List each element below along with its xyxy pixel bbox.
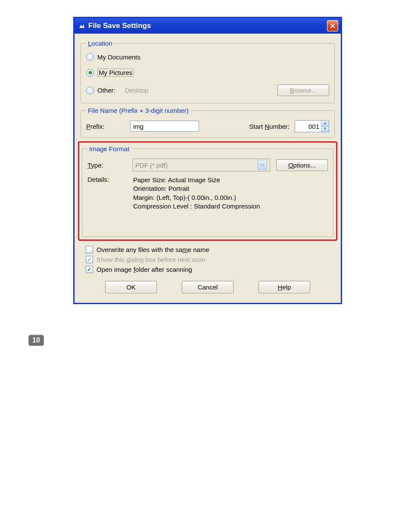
radio-icon	[86, 69, 94, 77]
check-overwrite[interactable]: Overwrite any files with the same name	[86, 246, 335, 253]
titlebar[interactable]: File Save Settings	[75, 18, 341, 34]
start-number-label: Start Number:	[249, 123, 290, 130]
dialog-buttons: OK Cancel Help	[81, 281, 335, 293]
type-select[interactable]: PDF (*.pdf)	[132, 159, 270, 171]
prefix-label: Prefix:	[86, 123, 125, 130]
check-label: Overwrite any files with the same name	[97, 246, 209, 253]
dialog-body: Location My Documents My Pictures Other:…	[75, 34, 341, 303]
check-label: Show this dialog box before next scan	[97, 256, 206, 263]
type-label: Type:	[87, 162, 126, 169]
other-path: Desktop	[125, 87, 274, 94]
app-icon	[78, 22, 86, 30]
image-format-highlight: Image Format Type: PDF (*.pdf) Options..…	[78, 141, 337, 241]
checkbox-icon	[86, 256, 93, 263]
radio-icon	[86, 53, 94, 61]
radio-my-pictures[interactable]: My Pictures	[86, 68, 329, 77]
options-button[interactable]: Options...	[276, 159, 328, 171]
check-label: Open image folder after scanning	[97, 266, 192, 273]
location-group: Location My Documents My Pictures Other:…	[81, 40, 335, 103]
detail-line: Orientation: Portrait	[133, 184, 260, 193]
radio-label: My Pictures	[97, 68, 134, 77]
close-button[interactable]	[327, 20, 338, 31]
check-show-dialog: Show this dialog box before next scan	[86, 256, 335, 263]
radio-my-documents[interactable]: My Documents	[86, 53, 329, 61]
radio-label: Other:	[97, 87, 115, 94]
checkbox-icon	[86, 246, 93, 253]
prefix-input[interactable]	[130, 121, 199, 132]
detail-line: Paper Size: Actual Image Size	[133, 176, 260, 184]
step-badge: 10	[28, 335, 44, 346]
detail-line: Compression Level : Standard Compression	[133, 202, 260, 211]
cancel-button[interactable]: Cancel	[182, 281, 234, 293]
location-legend: Location	[86, 40, 114, 47]
file-save-settings-dialog: File Save Settings Location My Documents…	[73, 17, 342, 304]
start-number-input[interactable]	[295, 121, 321, 131]
dialog-title: File Save Settings	[88, 22, 327, 30]
image-format-group: Image Format Type: PDF (*.pdf) Options..…	[82, 145, 333, 237]
checkbox-icon	[86, 266, 93, 273]
ok-button[interactable]: OK	[105, 281, 157, 293]
type-value: PDF (*.pdf)	[135, 162, 168, 169]
help-button[interactable]: Help	[258, 281, 310, 293]
image-format-legend: Image Format	[87, 145, 131, 152]
radio-other[interactable]: Other: Desktop Browse...	[86, 84, 329, 96]
start-number-spinner[interactable]: ▲ ▼	[295, 120, 329, 132]
details-label: Details:	[87, 176, 126, 211]
spinner-buttons[interactable]: ▲ ▼	[321, 121, 329, 132]
spin-down-icon[interactable]: ▼	[321, 127, 329, 132]
detail-line: Margin: (Left, Top)-( 0.00in., 0.00in.)	[133, 193, 260, 202]
chevron-down-icon	[258, 160, 267, 170]
filename-group: File Name (Prefix + 3-digit number) Pref…	[81, 107, 335, 138]
radio-label: My Documents	[97, 53, 140, 61]
spin-up-icon[interactable]: ▲	[321, 121, 329, 127]
radio-icon	[86, 87, 94, 94]
filename-legend: File Name (Prefix + 3-digit number)	[86, 107, 190, 114]
browse-button[interactable]: Browse...	[277, 84, 329, 96]
check-open-folder[interactable]: Open image folder after scanning	[86, 266, 335, 273]
details-lines: Paper Size: Actual Image Size Orientatio…	[133, 176, 260, 211]
